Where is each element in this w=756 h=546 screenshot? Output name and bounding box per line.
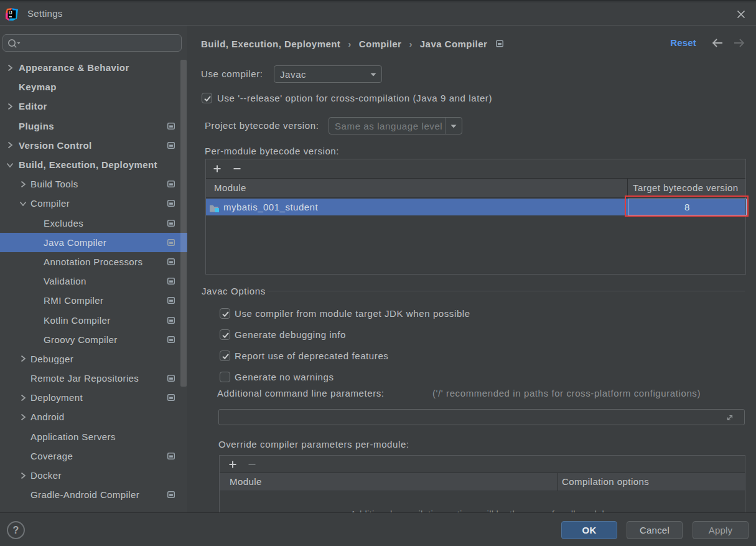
javac-checkbox-use-compiler-from-module-target-jdk-when-possible[interactable]: [220, 308, 230, 319]
module-name: mybatis_001_student: [223, 199, 318, 215]
sidebar-item-label: Remote Jar Repositories: [30, 373, 139, 384]
reset-link[interactable]: Reset: [670, 37, 696, 48]
override-label: Override compiler parameters per-module:: [218, 439, 409, 450]
sidebar-item-keymap[interactable]: Keymap: [0, 77, 187, 96]
sidebar-item-coverage[interactable]: Coverage: [0, 446, 187, 466]
javac-checkbox-generate-no-warnings[interactable]: [220, 372, 230, 382]
search-input[interactable]: [2, 34, 182, 52]
sidebar-item-deployment[interactable]: Deployment: [0, 388, 187, 407]
javac-checkbox-generate-debugging-info[interactable]: [220, 329, 230, 340]
chevron-expanded-icon[interactable]: [18, 199, 28, 209]
sidebar-item-groovy-compiler[interactable]: Groovy Compiler: [0, 330, 187, 349]
breadcrumb-item[interactable]: Java Compiler: [420, 39, 487, 49]
monitor-icon: [167, 278, 175, 285]
cancel-button[interactable]: Cancel: [627, 521, 683, 539]
monitor-icon: [496, 40, 503, 47]
sidebar-item-plugins[interactable]: Plugins: [0, 116, 187, 136]
checkmark-icon: [221, 309, 230, 319]
sidebar-item-label: Keymap: [19, 82, 57, 92]
chevron-collapsed-icon[interactable]: [18, 412, 28, 422]
sidebar-item-application-servers[interactable]: Application Servers: [0, 427, 187, 446]
sidebar-item-label: Plugins: [19, 121, 54, 131]
javac-options-title: Javac Options: [202, 286, 266, 296]
use-compiler-select[interactable]: Javac: [274, 65, 382, 83]
settings-dialog: Settings Appearance & BehaviorKeymapEdit…: [0, 0, 756, 546]
sidebar-item-label: Java Compiler: [44, 237, 106, 248]
sidebar-item-editor[interactable]: Editor: [0, 96, 187, 116]
sidebar-scrollbar[interactable]: [180, 60, 187, 387]
breadcrumb-item[interactable]: Build, Execution, Deployment: [201, 39, 340, 49]
per-module-label: Per-module bytecode version:: [205, 146, 339, 156]
column-header-options[interactable]: Compilation options: [562, 473, 649, 491]
chevron-expanded-icon[interactable]: [5, 160, 15, 170]
remove-icon[interactable]: [233, 164, 241, 173]
sidebar-item-annotation-processors[interactable]: Annotation Processors: [0, 252, 187, 271]
sidebar-item-label: Version Control: [19, 140, 92, 151]
add-icon[interactable]: [228, 460, 237, 469]
column-header-module[interactable]: Module: [214, 179, 246, 197]
help-button[interactable]: ?: [7, 521, 25, 539]
back-arrow-icon[interactable]: [712, 38, 723, 48]
sidebar-item-remote-jar-repositories[interactable]: Remote Jar Repositories: [0, 369, 187, 388]
chevron-collapsed-icon[interactable]: [18, 354, 28, 364]
sidebar-item-label: Validation: [44, 276, 86, 286]
sidebar-item-docker[interactable]: Docker: [0, 466, 187, 485]
expand-icon[interactable]: [726, 413, 734, 422]
chevron-collapsed-icon[interactable]: [5, 101, 15, 111]
chevron-down-icon: [450, 125, 457, 128]
monitor-icon: [167, 491, 175, 498]
params-input[interactable]: [218, 409, 745, 425]
section-separator: [268, 291, 745, 291]
column-header-target[interactable]: Target bytecode version: [633, 179, 739, 197]
ok-button[interactable]: OK: [561, 521, 617, 539]
monitor-icon: [167, 142, 175, 149]
sidebar-item-build-tools[interactable]: Build Tools: [0, 174, 187, 194]
checkmark-icon: [221, 331, 230, 340]
breadcrumb-item[interactable]: Compiler: [359, 39, 402, 49]
titlebar-top-strip: [0, 1, 756, 2]
intellij-logo-icon: [6, 8, 18, 21]
forward-arrow-icon[interactable]: [734, 38, 745, 48]
sidebar-item-compiler[interactable]: Compiler: [0, 194, 187, 213]
monitor-icon: [167, 239, 175, 246]
sidebar-item-gradle-android-compiler[interactable]: Gradle-Android Compiler: [0, 485, 187, 504]
dialog-footer: ? OK Cancel Apply: [0, 512, 756, 546]
chevron-collapsed-icon[interactable]: [18, 179, 28, 189]
monitor-icon: [167, 200, 175, 207]
release-option-checkbox[interactable]: [202, 93, 212, 103]
sidebar-item-android[interactable]: Android: [0, 407, 187, 426]
chevron-collapsed-icon[interactable]: [5, 63, 15, 73]
sidebar-item-build-execution-deployment[interactable]: Build, Execution, Deployment: [0, 155, 187, 174]
monitor-icon: [167, 123, 175, 129]
chevron-collapsed-icon[interactable]: [5, 140, 15, 150]
combo-value: Javac: [280, 66, 306, 83]
sidebar-item-appearance-behavior[interactable]: Appearance & Behavior: [0, 58, 187, 77]
monitor-icon: [167, 375, 175, 382]
sidebar-item-kotlin-compiler[interactable]: Kotlin Compiler: [0, 310, 187, 329]
monitor-icon: [167, 453, 175, 459]
sidebar-item-version-control[interactable]: Version Control: [0, 136, 187, 155]
apply-button[interactable]: Apply: [693, 521, 749, 539]
combo-arrow-section[interactable]: [445, 118, 462, 134]
sidebar-item-validation[interactable]: Validation: [0, 271, 187, 291]
chevron-collapsed-icon[interactable]: [18, 393, 28, 403]
column-header-module[interactable]: Module: [230, 473, 262, 491]
javac-checkbox-report-use-of-deprecated-features[interactable]: [220, 351, 230, 361]
sidebar-item-label: Appearance & Behavior: [19, 62, 129, 73]
chevron-collapsed-icon[interactable]: [18, 471, 28, 481]
sidebar-item-debugger[interactable]: Debugger: [0, 349, 187, 369]
sidebar-item-label: Compiler: [30, 198, 70, 209]
sidebar-item-java-compiler[interactable]: Java Compiler: [0, 233, 187, 252]
sidebar-item-label: Kotlin Compiler: [44, 315, 111, 326]
javac-checkbox-label: Use compiler from module target JDK when…: [235, 308, 470, 319]
title-bar: Settings: [0, 0, 756, 26]
sidebar-item-excludes[interactable]: Excludes: [0, 214, 187, 233]
close-icon[interactable]: [737, 10, 745, 19]
combo-value: Same as language level: [335, 118, 442, 134]
javac-checkbox-label: Generate debugging info: [235, 329, 346, 340]
sidebar-item-rmi-compiler[interactable]: RMI Compiler: [0, 291, 187, 310]
table-toolbar: [206, 159, 745, 179]
project-bytecode-select[interactable]: Same as language level: [329, 117, 462, 134]
add-icon[interactable]: [213, 164, 222, 173]
params-label: Additional command line parameters:: [217, 388, 385, 398]
